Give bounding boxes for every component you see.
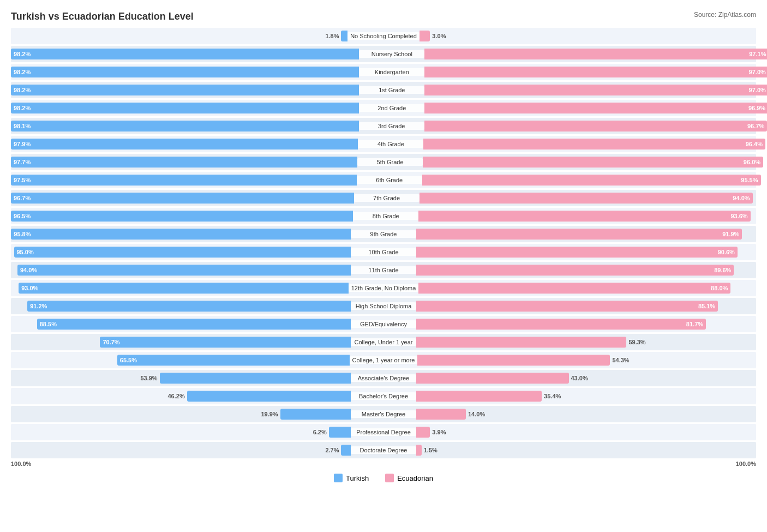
chart-area: 1.8%No Schooling Completed3.0%98.2%Nurse… [11,28,756,458]
chart-container: Turkish vs Ecuadorian Education Level So… [11,11,756,482]
chart-row: 95.0%10th Grade90.6% [11,244,756,260]
bottom-labels: 100.0% 100.0% [11,461,756,467]
chart-row: 97.7%5th Grade96.0% [11,154,756,170]
turkish-legend-label: Turkish [346,474,369,482]
chart-row: 94.0%11th Grade89.6% [11,262,756,278]
chart-row: 46.2%Bachelor's Degree35.4% [11,388,756,404]
legend-ecuadorian: Ecuadorian [385,474,433,482]
ecuadorian-legend-label: Ecuadorian [397,474,433,482]
chart-row: 98.2%2nd Grade96.9% [11,100,756,116]
chart-row: 91.2%High School Diploma85.1% [11,298,756,314]
chart-title: Turkish vs Ecuadorian Education Level [11,11,756,22]
bottom-right-label: 100.0% [736,461,756,467]
chart-row: 96.7%7th Grade94.0% [11,190,756,206]
chart-row: 1.8%No Schooling Completed3.0% [11,28,756,44]
turkish-legend-box [334,474,343,482]
chart-row: 95.8%9th Grade91.9% [11,226,756,242]
chart-row: 98.1%3rd Grade96.7% [11,118,756,134]
chart-row: 93.0%12th Grade, No Diploma88.0% [11,280,756,296]
chart-row: 65.5%College, 1 year or more54.3% [11,352,756,368]
chart-row: 97.5%6th Grade95.5% [11,172,756,188]
chart-row: 98.2%Nursery School97.1% [11,46,756,62]
chart-row: 97.9%4th Grade96.4% [11,136,756,152]
chart-row: 88.5%GED/Equivalency81.7% [11,316,756,332]
source-label: Source: ZipAtlas.com [694,11,756,19]
chart-row: 98.2%1st Grade97.0% [11,82,756,98]
chart-row: 19.9%Master's Degree14.0% [11,406,756,422]
chart-row: 53.9%Associate's Degree43.0% [11,370,756,386]
legend: Turkish Ecuadorian [11,474,756,482]
legend-turkish: Turkish [334,474,369,482]
bottom-left-label: 100.0% [11,461,31,467]
chart-row: 2.7%Doctorate Degree1.5% [11,442,756,458]
chart-row: 6.2%Professional Degree3.9% [11,424,756,440]
chart-row: 96.5%8th Grade93.6% [11,208,756,224]
chart-row: 98.2%Kindergarten97.0% [11,64,756,80]
chart-row: 70.7%College, Under 1 year59.3% [11,334,756,350]
ecuadorian-legend-box [385,474,394,482]
